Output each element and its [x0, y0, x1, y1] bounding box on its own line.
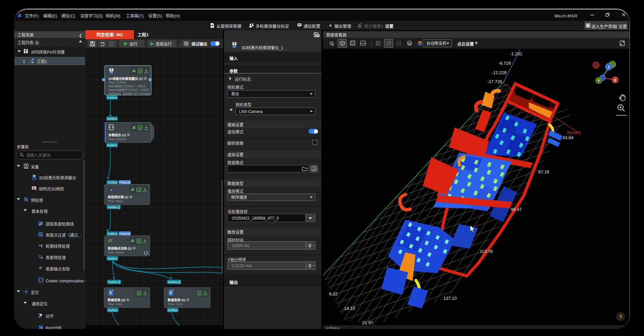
svg-text:113.78: 113.78	[480, 249, 493, 254]
svg-text:-1.231: -1.231	[510, 51, 522, 56]
svg-text:137.10: 137.10	[443, 296, 457, 301]
svg-text:-6.729: -6.729	[498, 61, 511, 66]
svg-text:6.22: 6.22	[329, 291, 337, 296]
svg-text:14.10: 14.10	[344, 306, 355, 311]
svg-text:-17.726: -17.726	[487, 79, 502, 84]
svg-text:43.84: 43.84	[562, 135, 574, 140]
svg-text:Z: Z	[608, 65, 610, 69]
svg-text:X: X	[614, 78, 616, 82]
svg-text:Y: Y	[597, 79, 600, 83]
svg-text:X(mm): X(mm)	[567, 130, 581, 135]
svg-text:21.97: 21.97	[362, 320, 373, 325]
svg-text:67.16: 67.16	[538, 169, 549, 174]
svg-text:90.47: 90.47	[511, 207, 522, 212]
svg-text:-12.228: -12.228	[492, 70, 506, 75]
